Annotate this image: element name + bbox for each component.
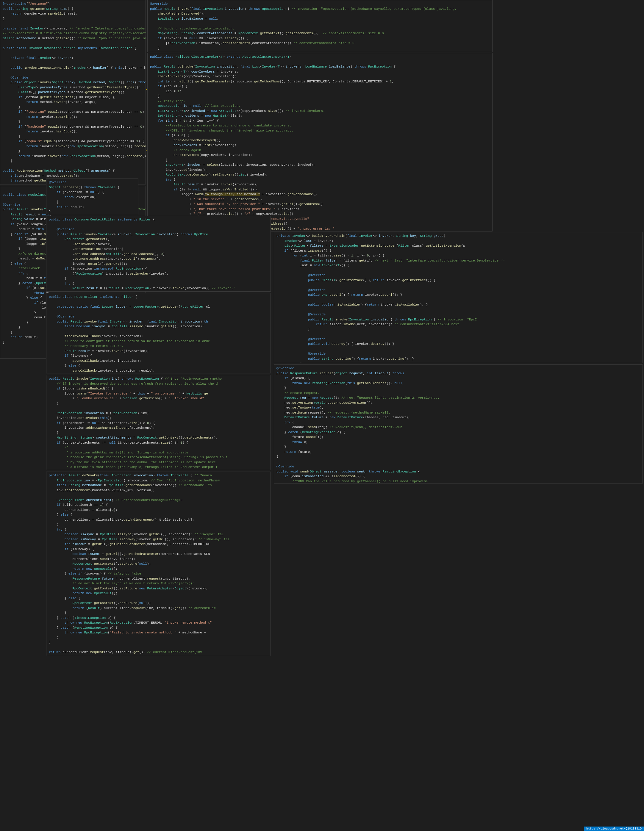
panel-response-future-content: @Override public ResponseFuture request(… xyxy=(274,365,642,484)
panel-object-recreate: @Override Object recreate() throws Throw… xyxy=(46,178,139,214)
panel-invoke-inv-content: public Result invoke(Invocation inv) thr… xyxy=(46,375,271,470)
panel-do-invoke: protected Result doInvoke(final Invocati… xyxy=(46,471,271,656)
panel-failover-cluster: public class FailoverClusterInvoker<T> e… xyxy=(147,53,493,231)
code-container: @PostMapping("/getDemo") public String g… xyxy=(0,0,644,831)
status-url: https://blog.csdn.net/Q1013331Q xyxy=(586,827,642,830)
panel-build-chain-content: private Invoker<> buildInvokerChain(fina… xyxy=(274,232,642,363)
panel-invoker-handler: @PostMapping("/getDemo") public String g… xyxy=(0,0,146,185)
panel-future-filter: public class FutureFilter implements Fil… xyxy=(46,293,271,373)
panel-consumer-filter-content: public class ConsumerContextFilter imple… xyxy=(46,216,271,291)
panel-failover-content: public class FailoverClusterInvoker<T> e… xyxy=(148,53,492,231)
panel-do-invoke-content: protected Result doInvoke(final Invocati… xyxy=(46,472,271,656)
panel-build-invoker-chain: private Invoker<> buildInvokerChain(fina… xyxy=(274,232,643,363)
panel-invoke-inv: public Result invoke(Invocation inv) thr… xyxy=(46,375,271,470)
panel-consumer-context-filter: public class ConsumerContextFilter imple… xyxy=(46,216,271,291)
panel-abstract-cluster: @Override public Result invoke(final Inv… xyxy=(147,0,493,52)
panel-future-filter-content: public class FutureFilter implements Fil… xyxy=(46,293,271,373)
panel-invoker-handler-content: @PostMapping("/getDemo") public String g… xyxy=(0,0,145,185)
panel-recreate-content: @Override Object recreate() throws Throw… xyxy=(46,179,138,214)
panel-response-future: @Override public ResponseFuture request(… xyxy=(274,365,643,484)
status-bar: https://blog.csdn.net/Q1013331Q xyxy=(584,826,644,831)
panel-abstract-cluster-content: @Override public Result invoke(final Inv… xyxy=(148,0,492,52)
